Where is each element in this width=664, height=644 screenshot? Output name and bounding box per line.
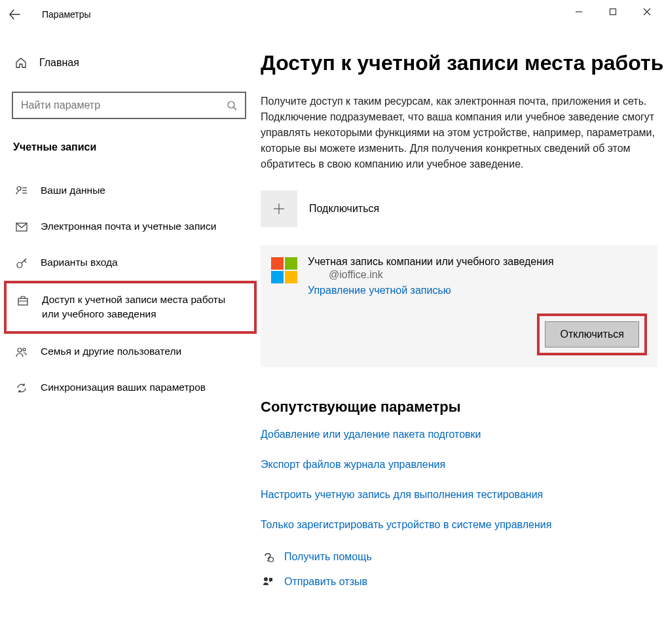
back-button[interactable]: [0, 0, 29, 29]
manage-account-link[interactable]: Управление учетной записью: [308, 285, 554, 296]
get-help-label: Получить помощь: [284, 551, 372, 563]
minimize-button[interactable]: [562, 0, 596, 24]
key-icon: [14, 256, 29, 270]
sidebar-item-label: Электронная почта и учетные записи: [41, 219, 216, 234]
close-button[interactable]: [630, 0, 664, 24]
feedback-label: Отправить отзыв: [284, 576, 367, 588]
mail-icon: [14, 220, 29, 234]
search-icon: [227, 100, 237, 111]
briefcase-icon: [16, 293, 30, 308]
related-heading: Сопутствующие параметры: [261, 399, 664, 416]
sidebar-item-label: Доступ к учетной записи места работы или…: [42, 293, 242, 322]
sidebar-section-title: Учетные записи: [13, 141, 261, 153]
related-link-test-account[interactable]: Настроить учетную запись для выполнения …: [261, 489, 664, 501]
get-help-link[interactable]: Получить помощь: [261, 550, 664, 564]
sidebar-home-label: Главная: [39, 57, 79, 69]
sidebar-item-label: Ваши данные: [41, 183, 105, 198]
svg-point-17: [267, 560, 268, 562]
svg-point-18: [269, 558, 274, 562]
sidebar-item-label: Варианты входа: [41, 255, 118, 270]
back-arrow-icon: [9, 9, 20, 20]
related-link-enroll-only[interactable]: Только зарегистрировать устройство в сис…: [261, 519, 664, 531]
svg-point-4: [228, 101, 234, 108]
sidebar-home[interactable]: Главная: [0, 45, 261, 81]
help-icon: [261, 550, 275, 564]
sidebar-nav: Ваши данные Электронная почта и учетные …: [0, 173, 261, 406]
sidebar-item-label: Семья и другие пользователи: [41, 344, 181, 359]
connect-row: Подключиться: [261, 190, 664, 227]
sidebar-item-family[interactable]: Семья и другие пользователи: [0, 334, 261, 370]
sidebar-item-your-info[interactable]: Ваши данные: [0, 173, 261, 209]
svg-point-6: [17, 187, 21, 190]
sidebar-item-signin[interactable]: Варианты входа: [0, 245, 261, 281]
disconnect-button[interactable]: Отключиться: [545, 321, 639, 348]
close-icon: [643, 8, 651, 16]
connect-label: Подключиться: [309, 203, 379, 215]
maximize-button[interactable]: [596, 0, 630, 24]
related-link-provisioning[interactable]: Добавление или удаление пакета подготовк…: [261, 429, 664, 440]
plus-icon: [272, 202, 286, 216]
feedback-link[interactable]: Отправить отзыв: [261, 575, 664, 588]
account-email: @ioffice.ink: [308, 269, 554, 281]
sidebar-item-sync[interactable]: Синхронизация ваших параметров: [0, 370, 261, 406]
maximize-icon: [609, 8, 617, 16]
microsoft-logo-icon: [271, 257, 297, 283]
svg-line-5: [234, 107, 236, 110]
window-controls: [562, 0, 664, 24]
search-input[interactable]: [21, 99, 227, 111]
svg-point-19: [264, 577, 268, 581]
minimize-icon: [575, 8, 583, 16]
svg-rect-1: [610, 9, 616, 15]
feedback-icon: [261, 575, 275, 588]
sync-icon: [14, 381, 29, 395]
svg-point-11: [17, 262, 22, 268]
svg-rect-12: [18, 298, 28, 305]
svg-point-14: [23, 348, 26, 351]
page-title: Доступ к учетной записи места работы: [261, 51, 664, 75]
sidebar-item-work-access[interactable]: Доступ к учетной записи места работы или…: [4, 281, 257, 334]
related-link-export-logs[interactable]: Экспорт файлов журнала управления: [261, 459, 664, 471]
svg-point-13: [18, 348, 22, 352]
main-content: Доступ к учетной записи места работы Пол…: [261, 29, 664, 644]
user-badge-icon: [14, 184, 29, 198]
account-card[interactable]: Учетная запись компании или учебного зав…: [261, 245, 657, 367]
home-icon: [14, 56, 28, 69]
account-name: Учетная запись компании или учебного зав…: [308, 256, 554, 268]
sidebar-item-label: Синхронизация ваших параметров: [41, 380, 206, 395]
page-description: Получите доступ к таким ресурсам, как эл…: [261, 94, 664, 172]
window-title: Параметры: [42, 9, 91, 20]
people-icon: [14, 345, 29, 359]
connect-button[interactable]: [261, 190, 297, 227]
disconnect-highlight: Отключиться: [537, 313, 647, 355]
sidebar: Главная Учетные записи Ваши данные Элект…: [0, 29, 261, 644]
sidebar-item-email[interactable]: Электронная почта и учетные записи: [0, 209, 261, 245]
search-input-wrapper[interactable]: [12, 92, 246, 119]
titlebar: Параметры: [0, 0, 664, 29]
